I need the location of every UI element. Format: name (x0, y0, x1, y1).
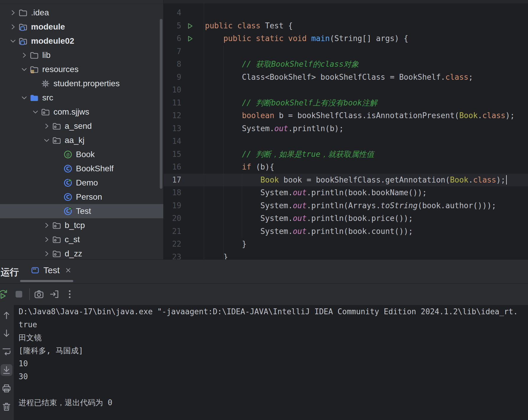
tree-item-book[interactable]: @Book (0, 147, 163, 162)
tree-item-com-sjjws[interactable]: com.sjjws (0, 105, 163, 119)
run-line-icon (186, 35, 194, 43)
tree-item-person[interactable]: CPerson (0, 190, 163, 204)
editor-line-10[interactable]: 10 (164, 84, 528, 97)
screenshot-button[interactable] (34, 289, 44, 299)
line-number: 14 (164, 135, 181, 148)
chevron-spacer (54, 179, 62, 187)
chevron-right-icon[interactable] (43, 236, 51, 243)
chevron-down-icon[interactable] (20, 66, 28, 73)
svg-text:C: C (66, 166, 70, 172)
editor-line-11[interactable]: 11 // 判断bookShelf上有没有book注解 (164, 97, 528, 110)
editor-line-19[interactable]: 19 System.out.println(Arrays.toString(bo… (164, 199, 528, 212)
soft-wrap-button[interactable] (1, 346, 12, 358)
editor-line-16[interactable]: 16 if (b){ (164, 161, 528, 174)
tree-item-resources[interactable]: resources (0, 62, 163, 76)
console-output[interactable]: D:\Java8\Java-17\bin\java.exe "-javaagen… (14, 305, 528, 420)
tree-scrollbar[interactable] (160, 19, 162, 189)
chevron-spacer (54, 193, 62, 201)
next-occurrence-button[interactable] (1, 328, 12, 339)
line-number: 18 (164, 186, 181, 199)
more-options-button[interactable] (64, 289, 75, 299)
tree-item-label: .idea (31, 8, 49, 17)
run-tab-label: Test (43, 265, 60, 275)
module-icon (18, 36, 28, 46)
package-icon (52, 249, 61, 258)
editor-line-23[interactable]: 23 } (164, 251, 528, 260)
chevron-right-icon[interactable] (43, 222, 51, 229)
editor-line-8[interactable]: 8 // 获取BookShelf的class对象 (164, 58, 528, 71)
editor-line-12[interactable]: 12 boolean b = bookShelfClass.isAnnotati… (164, 109, 528, 122)
run-window-icon (31, 266, 40, 275)
chevron-down-icon[interactable] (43, 136, 51, 144)
tree-item-lib[interactable]: lib (0, 48, 163, 62)
chevron-right-icon[interactable] (9, 9, 17, 17)
close-tab-button[interactable] (64, 266, 72, 274)
editor-line-18[interactable]: 18 System.out.println(book.bookName()); (164, 186, 528, 199)
code-editor[interactable]: 45public class Test {6 public static voi… (164, 0, 528, 259)
tree-item-c-st[interactable]: c_st (0, 232, 163, 247)
tree-item--idea[interactable]: .idea (0, 6, 163, 20)
chevron-down-icon[interactable] (31, 108, 40, 116)
annotation-icon: @ (63, 150, 73, 159)
editor-line-6[interactable]: 6 public static void main(String[] args)… (164, 32, 528, 45)
run-tab-test[interactable]: Test (31, 265, 72, 275)
editor-line-4[interactable]: 4 (164, 6, 528, 19)
editor-line-22[interactable]: 22 } (164, 238, 528, 251)
camera-icon (34, 289, 44, 299)
prev-occurrence-button[interactable] (1, 309, 12, 321)
editor-line-13[interactable]: 13 System.out.println(b); (164, 122, 528, 135)
rerun-button[interactable] (0, 289, 9, 299)
editor-line-7[interactable]: 7 (164, 45, 528, 58)
stop-button[interactable] (14, 289, 24, 299)
tree-item-modeule[interactable]: modeule (0, 20, 163, 34)
active-tab-indicator (20, 280, 73, 282)
editor-line-14[interactable]: 14 (164, 135, 528, 148)
trash-icon (1, 402, 12, 412)
tree-item-test[interactable]: CTest (0, 204, 163, 218)
run-line-button[interactable] (186, 22, 194, 30)
tree-item-bookshelf[interactable]: CBookShelf (0, 162, 163, 176)
editor-line-15[interactable]: 15 // 判断，如果是true，就获取属性值 (164, 148, 528, 161)
chevron-down-icon (43, 136, 51, 144)
tree-item-modeule02[interactable]: modeule02 (0, 34, 163, 48)
tree-item-label: Test (76, 206, 91, 216)
chevron-right-icon (43, 122, 51, 130)
chevron-right-icon[interactable] (9, 23, 17, 31)
tree-item-src[interactable]: src (0, 91, 163, 105)
tree-item-label: Demo (76, 178, 98, 188)
softwrap-icon (1, 347, 12, 357)
tree-item-aa-kj[interactable]: aa_kj (0, 133, 163, 147)
tree-item-d-zz[interactable]: d_zz (0, 247, 163, 259)
tree-item-a-send[interactable]: a_send (0, 119, 163, 133)
console-line: true (14, 318, 528, 331)
text-caret (506, 175, 507, 185)
tree-item-label: modeule02 (31, 36, 74, 46)
tree-item-demo[interactable]: CDemo (0, 176, 163, 190)
tree-item-label: com.sjjws (53, 107, 89, 117)
editor-line-9[interactable]: 9 Class<BookShelf> bookShelfClass = Book… (164, 71, 528, 84)
scroll-end-icon (1, 365, 12, 375)
tree-item-student-properties[interactable]: student.properties (0, 76, 163, 91)
run-line-button[interactable] (186, 35, 194, 43)
gear-icon (41, 79, 50, 88)
class-icon: C (63, 164, 73, 173)
clear-all-button[interactable] (1, 401, 12, 413)
chevron-down-icon[interactable] (20, 94, 28, 102)
tree-item-b-tcp[interactable]: b_tcp (0, 218, 163, 232)
console-line (14, 383, 528, 396)
chevron-right-icon[interactable] (43, 250, 51, 258)
chevron-down-icon[interactable] (9, 37, 17, 45)
line-number: 20 (164, 212, 181, 225)
line-number: 21 (164, 225, 181, 238)
chevron-right-icon[interactable] (43, 122, 51, 130)
export-console-button[interactable] (49, 289, 60, 299)
chevron-right-icon (43, 222, 51, 229)
package-icon (41, 107, 50, 117)
editor-line-17[interactable]: 17 Book book = bookShelfClass.getAnnotat… (164, 174, 528, 187)
editor-line-5[interactable]: 5public class Test { (164, 19, 528, 32)
chevron-right-icon[interactable] (20, 51, 28, 59)
print-button[interactable] (1, 382, 12, 394)
scroll-to-end-button[interactable] (1, 364, 12, 376)
editor-line-20[interactable]: 20 System.out.println(book.price()); (164, 212, 528, 225)
editor-line-21[interactable]: 21 System.out.println(book.count()); (164, 225, 528, 238)
